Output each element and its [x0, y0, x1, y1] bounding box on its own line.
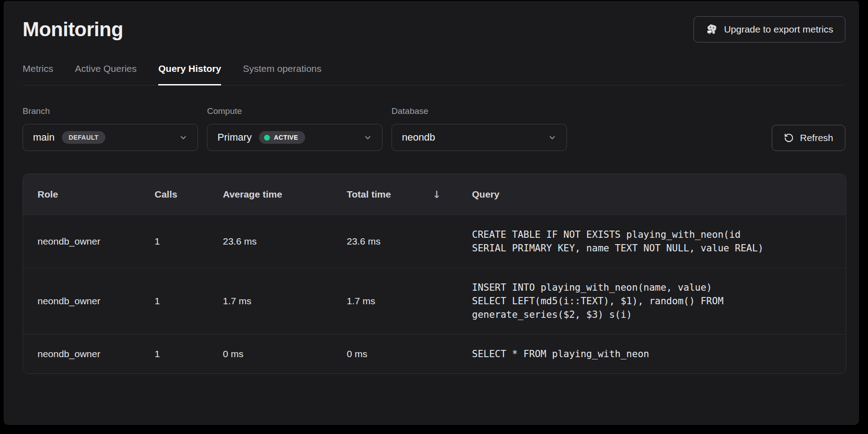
compute-label: Compute	[207, 106, 382, 116]
average-time-cell: 1.7 ms	[223, 296, 347, 307]
branch-value: main	[33, 132, 55, 143]
table-row: neondb_owner 1 23.6 ms 23.6 ms CREATE TA…	[23, 215, 846, 268]
column-header-total-time[interactable]: Total time ↓	[347, 189, 472, 200]
average-time-cell: 23.6 ms	[223, 236, 347, 247]
query-cell: INSERT INTO playing_with_neon(name, valu…	[472, 281, 764, 321]
filters-row: Branch main DEFAULT Compute Primary ACTI…	[23, 106, 845, 151]
role-cell: neondb_owner	[38, 296, 155, 307]
role-cell: neondb_owner	[38, 349, 155, 359]
column-header-role[interactable]: Role	[38, 189, 155, 200]
compute-select[interactable]: Primary ACTIVE	[207, 124, 382, 151]
content-panel: Monitoring Upgrade to export metrics Met…	[4, 1, 859, 425]
column-header-average-time[interactable]: Average time	[223, 189, 347, 200]
database-value: neondb	[402, 132, 435, 143]
tab-query-history[interactable]: Query History	[158, 63, 221, 85]
tab-system-operations[interactable]: System operations	[243, 63, 321, 85]
chevron-down-icon	[363, 133, 372, 142]
monitoring-page: Monitoring Upgrade to export metrics Met…	[0, 0, 868, 434]
refresh-button-label: Refresh	[800, 132, 833, 143]
total-time-label: Total time	[347, 189, 391, 200]
branch-select[interactable]: main DEFAULT	[23, 124, 198, 151]
active-status-badge: ACTIVE	[259, 131, 305, 144]
total-time-cell: 0 ms	[347, 349, 472, 359]
chevron-down-icon	[548, 133, 557, 142]
role-cell: neondb_owner	[38, 236, 155, 247]
tab-metrics[interactable]: Metrics	[23, 63, 53, 85]
tab-active-queries[interactable]: Active Queries	[75, 63, 137, 85]
column-header-query[interactable]: Query	[472, 189, 831, 200]
table-header-row: Role Calls Average time Total time ↓ Que…	[23, 174, 846, 215]
query-history-table: Role Calls Average time Total time ↓ Que…	[23, 174, 846, 374]
calls-cell: 1	[155, 349, 223, 359]
active-status-label: ACTIVE	[274, 134, 298, 141]
compute-value: Primary	[217, 132, 252, 143]
compute-filter: Compute Primary ACTIVE	[207, 106, 382, 151]
tab-bar: Metrics Active Queries Query History Sys…	[23, 63, 845, 85]
branch-label: Branch	[23, 106, 198, 116]
upgrade-button-label: Upgrade to export metrics	[724, 24, 833, 35]
active-status-dot	[264, 135, 270, 141]
default-badge: DEFAULT	[62, 131, 105, 144]
refresh-button[interactable]: Refresh	[772, 125, 845, 151]
page-title: Monitoring	[23, 18, 123, 41]
page-header: Monitoring Upgrade to export metrics	[23, 16, 845, 42]
datadog-dog-icon	[706, 24, 718, 35]
upgrade-to-export-metrics-button[interactable]: Upgrade to export metrics	[693, 16, 845, 42]
query-cell: CREATE TABLE IF NOT EXISTS playing_with_…	[472, 228, 764, 255]
database-label: Database	[392, 106, 567, 116]
branch-filter: Branch main DEFAULT	[23, 106, 198, 151]
table-row: neondb_owner 1 0 ms 0 ms SELECT * FROM p…	[23, 334, 846, 373]
database-filter: Database neondb	[392, 106, 567, 151]
calls-cell: 1	[155, 236, 223, 247]
table-row: neondb_owner 1 1.7 ms 1.7 ms INSERT INTO…	[23, 268, 846, 334]
chevron-down-icon	[179, 133, 188, 142]
sort-descending-icon: ↓	[433, 189, 441, 200]
database-select[interactable]: neondb	[392, 124, 567, 151]
query-cell: SELECT * FROM playing_with_neon	[472, 347, 764, 361]
total-time-cell: 1.7 ms	[347, 296, 472, 307]
total-time-cell: 23.6 ms	[347, 236, 472, 247]
column-header-calls[interactable]: Calls	[155, 189, 223, 200]
calls-cell: 1	[155, 296, 223, 307]
average-time-cell: 0 ms	[223, 349, 347, 359]
refresh-icon	[784, 133, 794, 143]
